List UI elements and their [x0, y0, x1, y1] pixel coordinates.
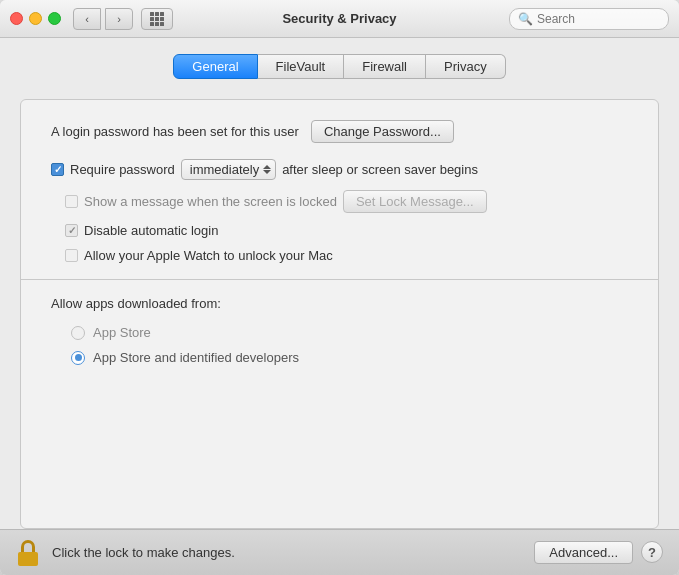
close-button[interactable] — [10, 12, 23, 25]
disable-auto-login-label: Disable automatic login — [84, 223, 218, 238]
apps-section-title: Allow apps downloaded from: — [51, 296, 628, 311]
app-store-identified-radio[interactable] — [71, 351, 85, 365]
after-sleep-label: after sleep or screen saver begins — [282, 162, 478, 177]
lock-icon[interactable] — [16, 540, 40, 566]
help-button[interactable]: ? — [641, 541, 663, 563]
disable-auto-login-checkbox[interactable] — [65, 224, 78, 237]
stepper-arrows — [263, 165, 271, 174]
bottom-bar: Click the lock to make changes. Advanced… — [0, 529, 679, 575]
settings-panel: A login password has been set for this u… — [20, 99, 659, 529]
window-title: Security & Privacy — [282, 11, 396, 26]
lock-body — [18, 552, 38, 566]
search-icon: 🔍 — [518, 12, 533, 26]
search-input[interactable] — [537, 12, 660, 26]
show-message-checkbox[interactable] — [65, 195, 78, 208]
tab-firewall[interactable]: Firewall — [344, 54, 426, 79]
traffic-lights — [10, 12, 61, 25]
require-password-label: Require password — [70, 162, 175, 177]
lock-label: Click the lock to make changes. — [52, 545, 235, 560]
require-password-checkbox[interactable] — [51, 163, 64, 176]
set-lock-message-button: Set Lock Message... — [343, 190, 487, 213]
change-password-button[interactable]: Change Password... — [311, 120, 454, 143]
app-store-only-label: App Store — [93, 325, 151, 340]
app-store-only-row: App Store — [51, 325, 628, 340]
titlebar: ‹ › Security & Privacy 🔍 — [0, 0, 679, 38]
content-area: General FileVault Firewall Privacy A log… — [0, 38, 679, 529]
show-message-row: Show a message when the screen is locked… — [51, 190, 628, 213]
disable-auto-login-row: Disable automatic login — [51, 223, 628, 238]
advanced-button[interactable]: Advanced... — [534, 541, 633, 564]
login-password-row: A login password has been set for this u… — [51, 120, 628, 143]
tab-general[interactable]: General — [173, 54, 257, 79]
grid-icon — [150, 12, 164, 26]
show-message-label: Show a message when the screen is locked — [84, 194, 337, 209]
grid-button[interactable] — [141, 8, 173, 30]
password-timing-value: immediately — [190, 162, 259, 177]
bottom-buttons: Advanced... ? — [534, 541, 663, 564]
stepper-up-icon — [263, 165, 271, 169]
stepper-down-icon — [263, 170, 271, 174]
tab-bar: General FileVault Firewall Privacy — [20, 54, 659, 79]
app-store-identified-row: App Store and identified developers — [51, 350, 628, 365]
forward-button[interactable]: › — [105, 8, 133, 30]
require-password-row: Require password immediately after sleep… — [51, 159, 628, 180]
apple-watch-row: Allow your Apple Watch to unlock your Ma… — [51, 248, 628, 263]
app-store-identified-label: App Store and identified developers — [93, 350, 299, 365]
tab-filevault[interactable]: FileVault — [258, 54, 345, 79]
password-timing-select[interactable]: immediately — [181, 159, 276, 180]
maximize-button[interactable] — [48, 12, 61, 25]
apple-watch-checkbox[interactable] — [65, 249, 78, 262]
divider — [21, 279, 658, 280]
login-password-label: A login password has been set for this u… — [51, 124, 299, 139]
apple-watch-label: Allow your Apple Watch to unlock your Ma… — [84, 248, 333, 263]
back-button[interactable]: ‹ — [73, 8, 101, 30]
nav-buttons: ‹ › — [73, 8, 133, 30]
window: ‹ › Security & Privacy 🔍 General FileVau… — [0, 0, 679, 575]
apps-section: Allow apps downloaded from: App Store Ap… — [51, 296, 628, 365]
search-box[interactable]: 🔍 — [509, 8, 669, 30]
app-store-only-radio[interactable] — [71, 326, 85, 340]
tab-privacy[interactable]: Privacy — [426, 54, 506, 79]
minimize-button[interactable] — [29, 12, 42, 25]
lock-shackle — [21, 540, 35, 552]
